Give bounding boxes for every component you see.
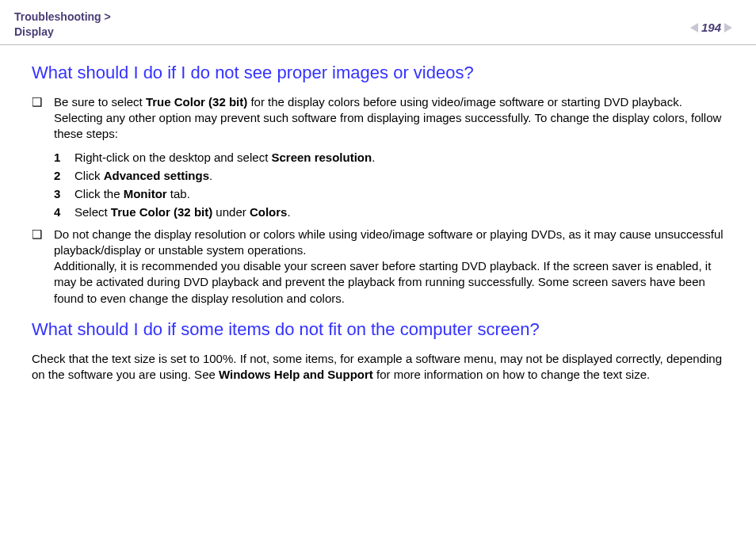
step-text: Right-click on the desktop and select Sc… (74, 151, 724, 164)
text-run: . (209, 169, 212, 182)
text-run: Be sure to select (54, 95, 146, 109)
text-run: Click (74, 169, 104, 182)
text-bold: Windows Help and Support (219, 368, 373, 381)
step-text: Click Advanced settings. (74, 169, 724, 182)
text-run: for more information on how to change th… (373, 368, 650, 381)
text-run: under (212, 205, 250, 219)
step-item: 3 Click the Monitor tab. (54, 187, 724, 200)
bullet-icon: ❑ (32, 94, 54, 109)
breadcrumb: Troubleshooting > Display (14, 10, 111, 40)
heading-images-videos: What should I do if I do not see proper … (32, 63, 724, 83)
text-run: . (372, 151, 375, 164)
step-text: Click the Monitor tab. (74, 187, 724, 200)
text-run: Select (74, 205, 111, 219)
bullet-text: Be sure to select True Color (32 bit) fo… (54, 94, 724, 143)
next-page-icon[interactable] (724, 23, 732, 32)
bullet-icon: ❑ (32, 227, 54, 242)
text-run: Additionally, it is recommended you disa… (54, 259, 711, 305)
text-bold: True Color (32 bit) (146, 95, 247, 109)
text-run: Do not change the display resolution or … (54, 227, 724, 257)
text-bold: Advanced settings (104, 169, 209, 182)
steps-list: 1 Right-click on the desktop and select … (54, 151, 724, 219)
text-run: Right-click on the desktop and select (74, 151, 271, 164)
text-bold: Colors (250, 205, 288, 219)
page-number-nav: 194 (690, 21, 732, 34)
bullet-item: ❑ Do not change the display resolution o… (32, 227, 724, 307)
breadcrumb-section: Troubleshooting (14, 10, 101, 23)
text-run: . (287, 205, 290, 219)
prev-page-icon[interactable] (690, 23, 698, 32)
paragraph: Check that the text size is set to 100%.… (32, 351, 724, 383)
step-number: 1 (54, 151, 74, 164)
text-bold: Screen resolution (271, 151, 372, 164)
bullet-text: Do not change the display resolution or … (54, 227, 724, 307)
text-run: tab. (167, 187, 190, 200)
breadcrumb-page: Display (14, 25, 54, 38)
page-number: 194 (701, 21, 721, 34)
step-number: 3 (54, 187, 74, 200)
page-header: Troubleshooting > Display 194 (0, 0, 756, 45)
text-run: Click the (74, 187, 124, 200)
step-item: 1 Right-click on the desktop and select … (54, 151, 724, 164)
bullet-item: ❑ Be sure to select True Color (32 bit) … (32, 94, 724, 143)
step-text: Select True Color (32 bit) under Colors. (74, 205, 724, 219)
heading-items-fit: What should I do if some items do not fi… (32, 319, 724, 340)
page-content: What should I do if I do not see proper … (0, 45, 756, 407)
step-item: 2 Click Advanced settings. (54, 169, 724, 182)
text-bold: True Color (32 bit) (111, 205, 212, 219)
text-bold: Monitor (124, 187, 167, 200)
breadcrumb-sep: > (101, 10, 111, 23)
step-number: 4 (54, 205, 74, 219)
step-number: 2 (54, 169, 74, 182)
step-item: 4 Select True Color (32 bit) under Color… (54, 205, 724, 219)
